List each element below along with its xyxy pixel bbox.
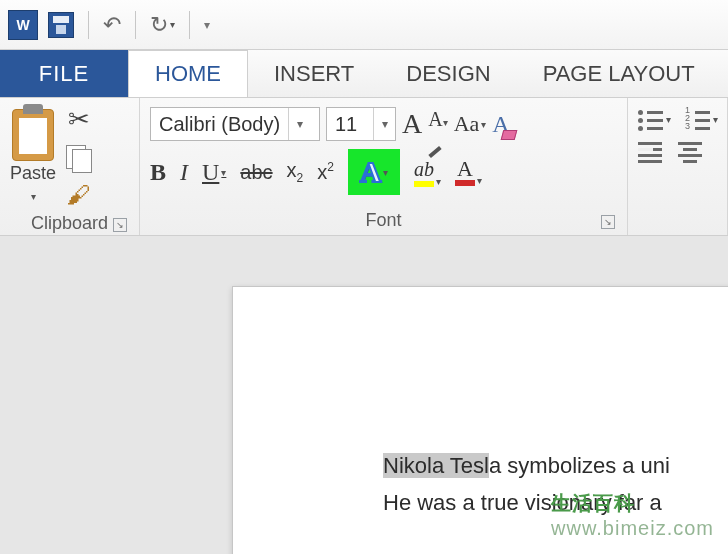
subscript-button[interactable]: x2 — [287, 159, 304, 185]
strikethrough-button[interactable]: abc — [240, 161, 272, 184]
format-painter-icon[interactable]: 🖌 — [67, 181, 91, 209]
bold-button[interactable]: B — [150, 159, 166, 186]
chevron-down-icon: ▾ — [436, 176, 441, 187]
undo-icon[interactable]: ↶ — [103, 12, 121, 38]
dialog-launcher-icon[interactable]: ↘ — [601, 215, 615, 229]
chevron-down-icon: ▾ — [477, 175, 482, 186]
tab-insert[interactable]: INSERT — [248, 50, 380, 97]
chevron-down-icon: ▾ — [31, 191, 36, 202]
numbering-icon — [685, 108, 711, 130]
chevron-down-icon: ▾ — [383, 167, 388, 178]
redo-icon[interactable]: ↻▾ — [150, 12, 175, 38]
dialog-launcher-icon[interactable]: ↘ — [113, 218, 127, 232]
ribbon-tabs: FILE HOME INSERT DESIGN PAGE LAYOUT — [0, 50, 728, 98]
italic-button[interactable]: I — [180, 159, 188, 186]
cut-icon[interactable]: ✂ — [68, 104, 90, 135]
clear-formatting-icon[interactable]: A — [492, 111, 509, 138]
text-effects-button[interactable]: A ▾ — [348, 149, 400, 195]
highlight-swatch — [414, 181, 434, 187]
text-effects-icon: A — [360, 155, 382, 189]
document-text[interactable]: He was a tru — [383, 490, 507, 515]
paste-button[interactable]: Paste▾ — [10, 163, 56, 205]
group-label-clipboard: Clipboard ↘ — [10, 209, 129, 236]
bullets-button[interactable]: ▾ — [638, 108, 671, 130]
group-font: Calibri (Body) ▾ 11 ▾ A A▾ Aa▾ A B I U▾ … — [140, 98, 628, 235]
font-name-value: Calibri (Body) — [151, 113, 288, 136]
bullets-icon — [638, 108, 664, 130]
qat-separator — [189, 11, 190, 39]
change-case-button[interactable]: Aa▾ — [454, 111, 487, 137]
font-color-icon: A — [457, 158, 473, 180]
tab-page-layout[interactable]: PAGE LAYOUT — [517, 50, 721, 97]
selected-text[interactable]: Nikola Tesl — [383, 453, 489, 478]
font-color-swatch — [455, 180, 475, 186]
font-size-combo[interactable]: 11 ▾ — [326, 107, 396, 141]
document-line[interactable]: Nikola Tesla symbolizes a uni — [383, 447, 721, 484]
group-paragraph: ▾ ▾ — [628, 98, 728, 235]
chevron-down-icon[interactable]: ▾ — [288, 108, 310, 140]
ribbon: Paste▾ ✂ 🖌 Clipboard ↘ Calibri (Body) ▾ … — [0, 98, 728, 236]
paste-icon[interactable] — [12, 109, 54, 161]
grow-font-icon[interactable]: A — [402, 108, 422, 140]
qat-separator — [88, 11, 89, 39]
chevron-down-icon: ▾ — [170, 19, 175, 30]
font-size-value: 11 — [327, 113, 365, 136]
qat-customize-icon[interactable]: ▾ — [204, 18, 210, 32]
superscript-button[interactable]: x2 — [317, 160, 334, 184]
highlight-color-button[interactable]: ab ▾ — [414, 158, 441, 187]
save-icon[interactable] — [48, 12, 74, 38]
align-center-button[interactable] — [678, 140, 704, 162]
word-app-icon: W — [8, 10, 38, 40]
watermark: 生活百科 www.bimeiz.com — [551, 490, 714, 540]
group-clipboard: Paste▾ ✂ 🖌 Clipboard ↘ — [0, 98, 140, 235]
group-label-font: Font ↘ — [150, 206, 617, 233]
chevron-down-icon[interactable]: ▾ — [373, 108, 395, 140]
shrink-font-icon[interactable]: A▾ — [428, 108, 447, 140]
underline-button[interactable]: U▾ — [202, 159, 226, 186]
document-text[interactable]: a symbolizes a uni — [489, 453, 670, 478]
font-name-combo[interactable]: Calibri (Body) ▾ — [150, 107, 320, 141]
align-left-button[interactable] — [638, 140, 664, 162]
tab-file[interactable]: FILE — [0, 50, 128, 97]
qat-separator — [135, 11, 136, 39]
font-color-button[interactable]: A ▾ — [455, 158, 482, 186]
highlight-icon: ab — [414, 158, 434, 181]
title-bar: W ↶ ↻▾ ▾ — [0, 0, 728, 50]
copy-icon[interactable] — [66, 145, 92, 171]
numbering-button[interactable]: ▾ — [685, 108, 718, 130]
tab-design[interactable]: DESIGN — [380, 50, 516, 97]
group-label-paragraph — [638, 162, 717, 189]
tab-home[interactable]: HOME — [128, 50, 248, 97]
